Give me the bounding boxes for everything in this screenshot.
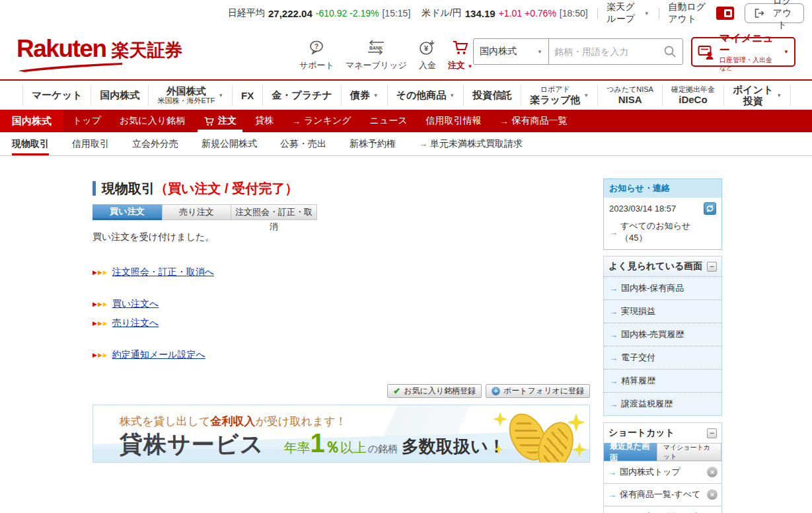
subnav-public-offering[interactable]: 公募・売出 <box>280 132 326 155</box>
chevron-down-icon: ▼ <box>449 93 455 99</box>
tab-order-inquiry[interactable]: 注文照会・訂正・取消 <box>231 204 317 220</box>
tab-recently-viewed[interactable]: 最近見た画面 <box>604 443 657 461</box>
money-bridge-link[interactable]: BANK マネーブリッジ <box>346 33 407 71</box>
divider <box>597 8 598 19</box>
rnav-favorites[interactable]: お気に入り銘柄 <box>110 110 194 132</box>
rnav-news[interactable]: ニュース <box>361 110 417 132</box>
page-title: 現物取引 <box>102 180 155 198</box>
minimize-button[interactable]: − <box>707 262 717 272</box>
subnav-cash-trading[interactable]: 現物取引 <box>12 132 49 155</box>
subnav-odd-lot-buyback[interactable]: →単元未満株式買取請求 <box>419 132 523 155</box>
link-buy-order[interactable]: 買い注文へ <box>112 298 159 310</box>
link-execution-mail-settings[interactable]: 約定通知メール設定へ <box>112 349 205 361</box>
arrow-right-icon: → <box>419 139 427 149</box>
gnav-fx[interactable]: FX <box>233 85 263 106</box>
shortcut-favorites-domestic[interactable]: →お気に入り銘柄-国内株式× <box>604 506 721 513</box>
nikkei-value: 27,222.04 <box>268 8 313 19</box>
rakuten-group-menu[interactable]: 楽天グループ ▼ <box>607 1 649 25</box>
nikkei-label: 日経平均 <box>228 7 265 19</box>
deposit-link[interactable]: ¥ 入金 <box>418 33 437 71</box>
frequent-link-trade-history[interactable]: →国内株-売買履歴 <box>604 323 721 346</box>
domestic-stock-nav: 国内株式 トップ お気に入り銘柄 注文 貸株 →ランキング ニュース 信用取引情… <box>0 110 812 132</box>
nikkei-time: [15:15] <box>382 8 410 19</box>
rnav-margin-info[interactable]: 信用取引情報 <box>417 110 491 132</box>
link-sell-order[interactable]: 売り注文へ <box>112 317 159 329</box>
money-bridge-label: マネーブリッジ <box>346 59 407 71</box>
gnav-domestic-stock[interactable]: 国内株式 <box>91 85 149 106</box>
add-favorite-button[interactable]: ✔ お気に入り銘柄登録 <box>387 384 482 398</box>
frequent-link-e-delivery[interactable]: →電子交付 <box>604 346 721 369</box>
order-link[interactable]: 注文 ▼ <box>448 33 473 71</box>
frequent-link-holdings[interactable]: →国内株-保有商品 <box>604 276 721 299</box>
svg-text:¥: ¥ <box>424 44 429 52</box>
shortcut-title: ショートカット <box>609 427 675 439</box>
logo-jp-text: 楽天証券 <box>111 41 182 61</box>
rnav-holdings[interactable]: →保有商品一覧 <box>491 110 577 132</box>
check-icon: ✔ <box>393 386 400 396</box>
header: Rakuten 楽天証券 ? サポート BANK マネーブリッジ ¥ <box>0 26 812 79</box>
add-portfolio-button[interactable]: + ポートフォリオに登録 <box>486 384 590 398</box>
gnav-ideco[interactable]: 確定拠出年金iDeCo <box>663 85 724 106</box>
search-category-select[interactable]: 国内株式 ▼ <box>474 39 549 64</box>
shortcut-holdings-all[interactable]: →保有商品一覧-すべて× <box>604 483 721 506</box>
usdjpy-time: [18:50] <box>560 8 588 19</box>
tab-buy-order[interactable]: 買い注文 <box>92 204 162 220</box>
minimize-button[interactable]: − <box>707 428 717 438</box>
triple-arrow-icon: ▶ <box>92 352 97 358</box>
sparkle-icon <box>493 412 507 426</box>
close-icon[interactable]: × <box>707 467 718 477</box>
subnav-margin-trading[interactable]: 信用取引 <box>72 132 109 155</box>
refresh-button[interactable] <box>704 202 716 215</box>
gnav-nisa[interactable]: つみたてNISANISA <box>598 85 663 106</box>
rnav-top[interactable]: トップ <box>63 110 110 132</box>
frequent-link-settlement-history[interactable]: →精算履歴 <box>604 369 721 392</box>
close-icon[interactable]: × <box>707 489 718 500</box>
gnav-gold-platinum[interactable]: 金・プラチナ <box>263 85 341 106</box>
shortcut-domestic-top[interactable]: →国内株式トップ× <box>604 461 721 483</box>
gnav-market[interactable]: マーケット <box>22 85 91 106</box>
arrow-right-icon: → <box>609 353 618 363</box>
rnav-order[interactable]: 注文 <box>194 110 246 132</box>
logout-button[interactable]: ログアウト <box>745 3 804 23</box>
frequent-link-capital-gains-tax[interactable]: →譲渡益税履歴 <box>604 392 721 415</box>
subnav-off-auction[interactable]: 立会外分売 <box>132 132 178 155</box>
arrow-right-icon: → <box>608 467 616 477</box>
gnav-other-products[interactable]: その他商品▼ <box>388 85 464 106</box>
triple-arrow-icon: ▶ <box>92 269 97 276</box>
gnav-foreign-stock[interactable]: 外国株式米国株・海外ETF ▼ <box>149 85 233 106</box>
rnav-stock-lending[interactable]: 貸株 <box>246 110 283 132</box>
svg-text:?: ? <box>314 43 318 50</box>
my-menu-text: マイメニュー 口座管理・入出金など <box>720 32 778 72</box>
top-utility-bar: 日経平均 27,222.04 -610.92 -2.19% [15:15] 米ド… <box>0 0 812 26</box>
banner-service-name: 貸株サービス <box>120 429 264 460</box>
main-column: 現物取引 （買い注文 / 受付完了） 買い注文 売り注文 注文照会・訂正・取消 … <box>92 180 590 463</box>
title-accent-bar <box>92 181 96 196</box>
search-category-value: 国内株式 <box>480 46 517 58</box>
gnav-robo-advisor[interactable]: ロボアド楽ラップ他 ▼ <box>521 85 598 106</box>
gnav-bonds[interactable]: 債券▼ <box>342 85 388 106</box>
search-input[interactable] <box>549 46 663 57</box>
frequent-link-realized-pl[interactable]: →実現損益 <box>604 299 721 323</box>
tab-sell-order[interactable]: 売り注文 <box>162 204 231 220</box>
notice-box-title: お知らせ・連絡 <box>604 179 721 198</box>
rnav-ranking[interactable]: →ランキング <box>283 110 361 132</box>
link-order-inquiry[interactable]: 注文照会・訂正・取消へ <box>112 266 214 278</box>
triple-arrow-icon: ▶ <box>92 301 97 307</box>
search-icon[interactable] <box>663 45 683 58</box>
stock-lending-banner[interactable]: 株式を貸し出して金利収入が受け取れます！ 貸株サービス 年率 1 ％ 以上 の銘… <box>92 405 590 463</box>
subnav-warrants[interactable]: 新株予約権 <box>350 132 396 155</box>
my-menu-button[interactable]: マイメニュー 口座管理・入出金など ▼ <box>691 37 795 67</box>
auto-logout-toggle[interactable] <box>716 7 734 20</box>
all-notices-link[interactable]: → すべてのお知らせ（45） <box>609 220 716 244</box>
gnav-mutual-funds[interactable]: 投資信託 <box>464 85 521 106</box>
support-link[interactable]: ? サポート <box>299 33 334 71</box>
svg-text:BANK: BANK <box>369 46 383 50</box>
tab-my-shortcuts[interactable]: マイショートカット <box>657 443 721 461</box>
rakuten-securities-logo[interactable]: Rakuten 楽天証券 <box>17 36 182 61</box>
order-accepted-message: 買い注文を受け付けました。 <box>92 231 590 243</box>
header-quick-links: ? サポート BANK マネーブリッジ ¥ 入金 注文 ▼ <box>299 33 472 71</box>
banner-tagline: 多数取扱い！ <box>402 435 505 458</box>
subnav-ipo[interactable]: 新規公開株式 <box>202 132 257 155</box>
gnav-point-investment[interactable]: ポイント投資 ▼ <box>724 85 791 106</box>
link-row: ▶▶▶ 注文照会・訂正・取消へ <box>92 266 590 278</box>
